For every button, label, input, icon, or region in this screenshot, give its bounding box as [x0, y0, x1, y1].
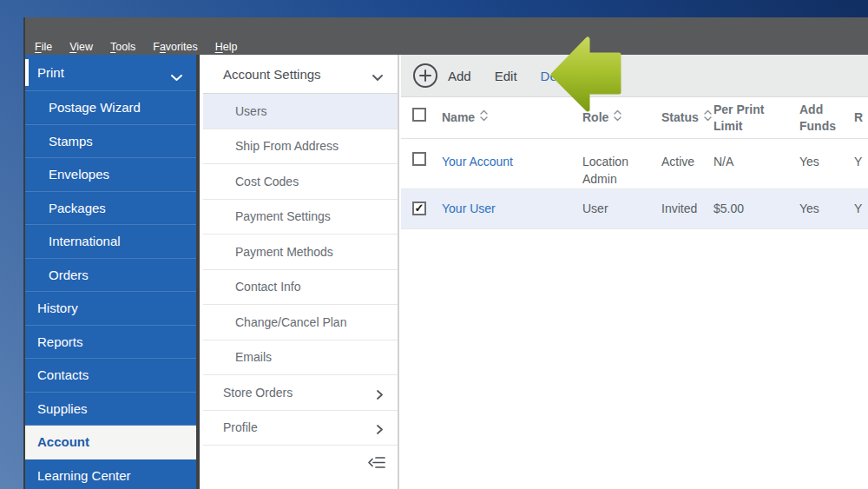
settings-panel: Account Settings UsersShip From AddressC… — [203, 55, 399, 489]
app-body: PrintPostage WizardStampsEnvelopesPackag… — [25, 55, 868, 489]
select-all-checkbox[interactable] — [412, 108, 426, 122]
chevron-down-icon — [171, 69, 182, 84]
sidebar-item-account[interactable]: Account — [25, 426, 196, 459]
main-sidebar: PrintPostage WizardStampsEnvelopesPackag… — [25, 55, 200, 489]
column-header-label: Status — [661, 109, 699, 125]
column-header-add-funds: Add Funds — [799, 102, 854, 133]
menu-bar: FileViewToolsFavoritesHelp — [35, 38, 237, 55]
add-button[interactable]: Add — [448, 69, 471, 83]
menu-view[interactable]: View — [69, 41, 93, 53]
row-checkbox[interactable]: ✓ — [412, 202, 426, 215]
sidebar-item-label: Account — [37, 434, 89, 449]
sort-icon — [614, 109, 621, 125]
column-header-label: Add Funds — [799, 102, 838, 133]
sidebar-item-label: Contacts — [37, 367, 89, 382]
user-name-link[interactable]: Your User — [442, 202, 496, 215]
panel-item-store-orders[interactable]: Store Orders — [203, 375, 398, 411]
sidebar-item-label: Postage Wizard — [49, 100, 141, 115]
menu-help[interactable]: Help — [215, 41, 238, 53]
column-header-label: Per Print Limit — [713, 102, 770, 133]
sidebar-item-label: Supplies — [37, 401, 88, 416]
column-header-r: R — [854, 109, 868, 125]
column-header-role[interactable]: Role — [582, 109, 661, 125]
table-row[interactable]: Your AccountLocation AdminActiveN/AYesY — [401, 139, 868, 189]
panel-item-users[interactable]: Users — [203, 94, 398, 129]
panel-item-label: Ship From Address — [235, 139, 339, 153]
sidebar-item-stamps[interactable]: Stamps — [25, 125, 196, 159]
panel-item-profile[interactable]: Profile — [203, 411, 398, 446]
table-header-row: NameRoleStatusPer Print LimitAdd FundsR — [401, 97, 868, 139]
panel-item-label: Payment Methods — [235, 245, 333, 259]
cell-add-funds: Yes — [799, 189, 854, 218]
panel-item-list: UsersShip From AddressCost CodesPayment … — [203, 94, 398, 446]
column-header-per-print-limit: Per Print Limit — [713, 102, 799, 133]
panel-item-change-cancel-plan[interactable]: Change/Cancel Plan — [203, 305, 398, 340]
panel-item-ship-from-address[interactable]: Ship From Address — [203, 129, 398, 165]
sidebar-item-label: History — [37, 301, 78, 315]
sidebar-item-reports[interactable]: Reports — [25, 326, 196, 360]
menu-file[interactable]: File — [35, 41, 52, 53]
main-content: AddEditDelete NameRoleStatusPer Print Li… — [401, 55, 868, 489]
toolbar: AddEditDelete — [401, 55, 868, 97]
panel-item-label: Store Orders — [223, 386, 293, 400]
cell-per-print-limit: $5.00 — [713, 189, 799, 218]
column-header-label: Role — [582, 109, 608, 125]
chevron-down-icon — [372, 69, 383, 84]
column-header-name[interactable]: Name — [442, 109, 582, 125]
row-checkbox-cell: ✓ — [412, 189, 442, 217]
edit-button[interactable]: Edit — [495, 69, 517, 83]
sidebar-item-label: Reports — [37, 334, 83, 349]
panel-item-payment-methods[interactable]: Payment Methods — [203, 235, 398, 270]
cell-clipped: Y — [854, 139, 868, 171]
sidebar-item-contacts[interactable]: Contacts — [25, 359, 196, 393]
active-indicator-bar — [25, 59, 29, 86]
table-body: Your AccountLocation AdminActiveN/AYesY✓… — [401, 139, 868, 229]
sort-icon — [704, 109, 712, 125]
panel-header-label: Account Settings — [223, 67, 321, 82]
collapse-panel-icon[interactable] — [365, 453, 389, 475]
cell-name: Your Account — [442, 139, 582, 171]
panel-item-label: Payment Settings — [235, 209, 331, 223]
cell-status: Active — [661, 139, 713, 171]
header-checkbox-cell — [412, 109, 442, 125]
panel-item-emails[interactable]: Emails — [203, 340, 398, 376]
sidebar-item-learning-center[interactable]: Learning Center — [25, 459, 196, 489]
sidebar-item-label: Stamps — [49, 134, 93, 149]
panel-header-account-settings[interactable]: Account Settings — [203, 55, 398, 94]
cell-status: Invited — [661, 189, 713, 218]
sidebar-item-label: International — [49, 234, 121, 248]
chevron-right-icon — [377, 423, 383, 437]
user-name-link[interactable]: Your Account — [442, 155, 513, 169]
sort-icon — [480, 109, 488, 125]
sidebar-item-packages[interactable]: Packages — [25, 192, 196, 226]
cell-name: Your User — [442, 189, 582, 218]
cell-role: Location Admin — [582, 139, 661, 188]
table-row[interactable]: ✓Your UserUserInvited$5.00YesY — [401, 189, 868, 229]
sidebar-item-label: Orders — [49, 268, 89, 282]
plus-circle-icon[interactable] — [412, 63, 438, 89]
menu-favorites[interactable]: Favorites — [153, 41, 197, 53]
panel-item-label: Contact Info — [235, 280, 301, 294]
app-window: FileViewToolsFavoritesHelp PrintPostage … — [23, 17, 868, 489]
sidebar-item-supplies[interactable]: Supplies — [25, 393, 196, 426]
column-header-status[interactable]: Status — [661, 109, 713, 125]
desktop: FileViewToolsFavoritesHelp PrintPostage … — [0, 0, 868, 489]
menu-tools[interactable]: Tools — [110, 41, 135, 53]
window-titlebar[interactable] — [25, 17, 868, 38]
panel-item-payment-settings[interactable]: Payment Settings — [203, 200, 398, 235]
sidebar-item-envelopes[interactable]: Envelopes — [25, 158, 196, 192]
panel-item-contact-info[interactable]: Contact Info — [203, 270, 398, 306]
panel-collapse-row — [203, 446, 398, 484]
row-checkbox-cell — [412, 139, 442, 171]
sidebar-item-postage-wizard[interactable]: Postage Wizard — [25, 91, 196, 125]
panel-item-label: Profile — [223, 420, 258, 434]
sidebar-item-print[interactable]: Print — [25, 55, 196, 91]
delete-button[interactable]: Delete — [541, 69, 578, 83]
column-header-label: R — [854, 109, 863, 125]
panel-item-label: Users — [235, 104, 267, 118]
sidebar-item-history[interactable]: History — [25, 292, 196, 326]
sidebar-item-international[interactable]: International — [25, 225, 196, 259]
sidebar-item-orders[interactable]: Orders — [25, 259, 196, 293]
panel-item-cost-codes[interactable]: Cost Codes — [203, 164, 398, 200]
row-checkbox[interactable] — [412, 152, 426, 166]
